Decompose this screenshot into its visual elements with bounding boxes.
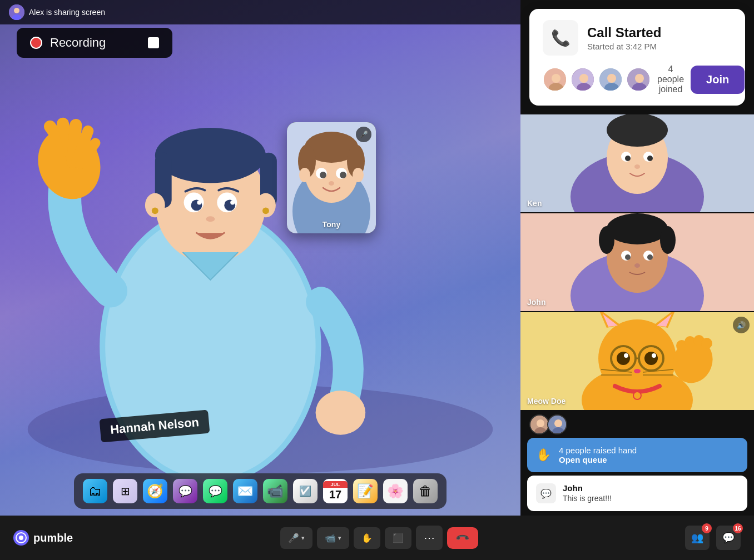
dock-icon-notes[interactable]: 📝: [353, 479, 378, 503]
end-call-icon: 📞: [455, 530, 470, 546]
recording-stop-button[interactable]: [148, 37, 159, 48]
svg-point-44: [552, 74, 560, 83]
call-subtitle: Started at 3:42 PM: [587, 42, 661, 51]
participant-avatar-2: [571, 67, 595, 92]
bottom-notifications: ✋ 4 people raised hand Open queue 💬 John…: [520, 410, 754, 516]
svg-point-50: [607, 74, 616, 83]
camera-button[interactable]: 📹 ▾: [317, 527, 349, 549]
svg-point-17: [206, 216, 215, 222]
raised-hand-action: Open queue: [559, 455, 738, 464]
participants-button[interactable]: 👥 9: [685, 526, 710, 550]
screen-icon: ⬛: [393, 533, 404, 543]
dock-icon-finder[interactable]: 🗂: [83, 479, 107, 503]
join-button[interactable]: Join: [691, 66, 745, 94]
svg-point-74: [634, 263, 640, 268]
dock-icon-photos[interactable]: 🌸: [383, 479, 408, 503]
more-button[interactable]: ⋯: [416, 526, 443, 550]
recording-badge: Recording: [17, 28, 172, 58]
svg-point-68: [599, 226, 614, 254]
call-participants-row: 4 people joined Join: [543, 64, 732, 94]
call-title: Call Started: [587, 25, 661, 41]
screen-share-button[interactable]: ⬛: [385, 527, 411, 549]
app-container: Alex is sharing screen: [0, 0, 754, 560]
dock-icon-messages-alt[interactable]: 💬: [173, 479, 197, 503]
svg-point-1: [14, 8, 19, 13]
svg-point-16: [230, 200, 235, 204]
message-sender: John: [563, 483, 612, 493]
svg-point-101: [537, 419, 544, 427]
dock-icon-calendar[interactable]: JUL 17: [323, 479, 348, 503]
svg-point-40: [329, 181, 334, 186]
svg-point-89: [634, 369, 641, 373]
video-area: Alex is sharing screen: [0, 0, 520, 516]
participant-avatar-4: [626, 67, 651, 92]
message-card: 💬 John This is great!!!: [527, 476, 747, 511]
presenter-name: Hannah Nelson: [110, 415, 200, 437]
raise-hand-button[interactable]: ✋: [354, 527, 380, 549]
svg-point-42: [353, 168, 364, 182]
recording-dot: [30, 37, 42, 49]
svg-point-99: [633, 392, 641, 399]
speaker-icon: 🔊: [733, 317, 750, 333]
recording-label: Recording: [50, 36, 106, 50]
camera-icon: 📹: [325, 533, 336, 543]
hand-icon: ✋: [361, 533, 373, 543]
chat-button[interactable]: 💬 16: [716, 526, 741, 550]
right-sidebar: 📞 Call Started Started at 3:42 PM: [520, 0, 754, 516]
svg-point-28: [316, 391, 366, 435]
mic-icon: 🎤: [288, 533, 299, 543]
dock-icon-mail[interactable]: ✉️: [233, 479, 257, 503]
svg-point-20: [152, 207, 158, 214]
brand-name: pumble: [33, 532, 73, 544]
message-content: John This is great!!!: [563, 483, 612, 503]
dock-icon-messages[interactable]: 💬: [203, 479, 227, 503]
svg-point-72: [625, 254, 631, 260]
john-name: John: [527, 298, 545, 307]
dock-icon-launchpad[interactable]: ⊞: [113, 479, 137, 503]
dock-icon-reminders[interactable]: ☑️: [293, 479, 318, 503]
raised-hand-card[interactable]: ✋ 4 people raised hand Open queue: [527, 438, 747, 472]
call-header: 📞 Call Started Started at 3:42 PM: [543, 20, 732, 56]
svg-point-61: [625, 156, 631, 161]
toolbar-right: 👥 9 💬 16: [685, 526, 741, 550]
raised-hand-avatars-top: [527, 414, 747, 434]
svg-point-21: [262, 207, 269, 214]
svg-point-88: [652, 353, 656, 358]
dock-icon-facetime[interactable]: 📹: [263, 479, 287, 503]
participant-avatars: [543, 67, 651, 92]
mic-button[interactable]: 🎤 ▾: [280, 527, 312, 549]
svg-point-41: [299, 168, 310, 182]
dock-icon-safari[interactable]: 🧭: [143, 479, 167, 503]
dock-icon-trash[interactable]: 🗑: [413, 479, 438, 503]
message-icon: 💬: [536, 483, 556, 503]
mini-card-muted-icon: 🎤: [356, 127, 371, 142]
raised-hand-count: 4 people raised hand: [559, 446, 738, 455]
camera-chevron: ▾: [338, 534, 341, 542]
mini-video-card: 🎤: [287, 122, 376, 233]
video-content: 🎤: [0, 0, 520, 516]
participants-badge: 9: [702, 523, 712, 533]
participant-avatar-3: [598, 67, 623, 92]
participant-tile-ken: Ken: [520, 114, 754, 212]
phone-icon: 📞: [551, 29, 571, 47]
svg-point-73: [647, 254, 653, 260]
bottom-toolbar: pumble 🎤 ▾ 📹 ▾ ✋ ⬛ ⋯ 📞: [0, 516, 754, 560]
svg-point-69: [660, 226, 676, 254]
svg-point-87: [624, 353, 628, 358]
participant-tile-john: John: [520, 213, 754, 311]
participants-icon: 👥: [691, 532, 703, 544]
svg-point-15: [197, 200, 201, 204]
svg-point-53: [635, 74, 644, 83]
ken-character: [520, 114, 754, 212]
screen-share-text: Alex is sharing screen: [29, 8, 105, 17]
brand-icon: [13, 530, 29, 546]
rh-avatar-2: [547, 414, 567, 434]
screen-share-label: Alex is sharing screen: [0, 0, 520, 24]
participant-avatar-1: [543, 67, 567, 92]
mini-card-name: Tony: [287, 220, 376, 229]
end-call-button[interactable]: 📞: [447, 527, 478, 549]
svg-point-85: [617, 352, 630, 365]
mic-chevron: ▾: [301, 534, 305, 542]
raised-hand-icon: ✋: [536, 448, 551, 462]
top-area: Alex is sharing screen: [0, 0, 754, 516]
